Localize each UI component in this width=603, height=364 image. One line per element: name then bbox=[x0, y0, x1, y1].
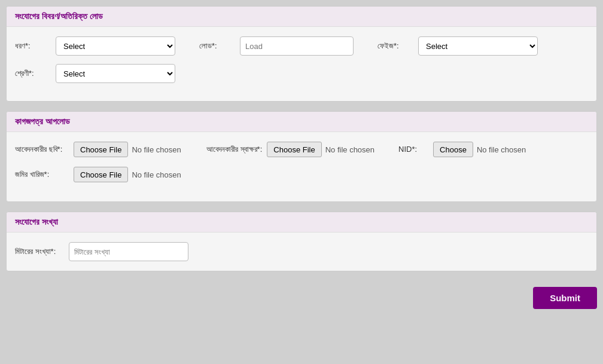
connection-count-section: সংযোগের সংখ্যা মিটারের সংখ্যা*: bbox=[6, 212, 597, 271]
category-label: শ্রেণী*: bbox=[15, 69, 51, 78]
photo-choose-button[interactable]: Choose File bbox=[74, 142, 128, 157]
load-input[interactable] bbox=[240, 36, 354, 56]
section2-header: কাগজপত্র আপলোড bbox=[7, 112, 596, 132]
photo-group: আবেদনকারীর ছবি*: Choose File No file cho… bbox=[15, 142, 182, 157]
phase-select[interactable]: Select bbox=[418, 36, 538, 56]
phase-label: ফেইজ*: bbox=[377, 41, 413, 51]
footer-area: Submit bbox=[6, 281, 597, 315]
sign-no-file: No file chosen bbox=[325, 145, 374, 154]
photo-label: আবেদনকারীর ছবি*: bbox=[15, 144, 69, 155]
nid-label: NID*: bbox=[398, 144, 428, 155]
section3-header: সংযোগের সংখ্যা bbox=[7, 212, 596, 233]
sign-choose-button[interactable]: Choose File bbox=[267, 142, 321, 157]
land-label: জমির খারিজ*: bbox=[15, 169, 69, 180]
nid-group: NID*: Choose No file chosen bbox=[398, 142, 566, 157]
nid-choose-button[interactable]: Choose bbox=[433, 142, 473, 157]
nid-no-file: No file chosen bbox=[477, 145, 526, 154]
meter-input[interactable] bbox=[69, 242, 188, 261]
sign-group: আবেদনকারীর স্বাক্ষর*: Choose File No fil… bbox=[206, 142, 374, 157]
category-select[interactable]: Select bbox=[56, 64, 175, 83]
meter-label: মিটারের সংখ্যা*: bbox=[15, 246, 63, 257]
photo-no-file: No file chosen bbox=[132, 145, 181, 154]
land-no-file: No file chosen bbox=[132, 170, 181, 179]
document-upload-section: কাগজপত্র আপলোড আবেদনকারীর ছবি*: Choose F… bbox=[6, 111, 597, 202]
type-label: ধরণ*: bbox=[15, 41, 51, 51]
land-choose-button[interactable]: Choose File bbox=[74, 167, 128, 182]
connection-details-section: সংযোগের বিবরণ/অতিরিক্ত লোড ধরণ*: Select … bbox=[6, 6, 597, 102]
section1-header: সংযোগের বিবরণ/অতিরিক্ত লোড bbox=[7, 7, 596, 27]
sign-label: আবেদনকারীর স্বাক্ষর*: bbox=[206, 144, 262, 155]
land-group: জমির খারিজ*: Choose File No file chosen bbox=[15, 167, 182, 182]
submit-button[interactable]: Submit bbox=[533, 287, 597, 309]
load-label: লোড*: bbox=[199, 41, 235, 51]
type-select[interactable]: Select bbox=[56, 36, 175, 56]
